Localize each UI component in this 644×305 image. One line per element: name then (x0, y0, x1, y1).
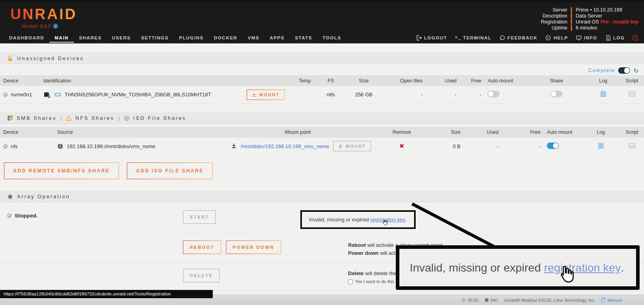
top-header: UNRAID Version: 6.6.0 i Server Prime • 1… (0, 0, 644, 32)
main-nav: DASHBOARD MAIN SHARES USERS SETTINGS PLU… (0, 32, 644, 43)
refresh-icon[interactable]: ↻ (633, 68, 638, 74)
temp-cell (292, 86, 318, 104)
invalid-key-flag: Pro - invalid key (600, 19, 638, 25)
remove-share-icon[interactable]: ✖ (399, 143, 405, 149)
fs-cell: ntfs (318, 86, 344, 104)
auto-mount-toggle[interactable] (488, 91, 500, 97)
nav-tools[interactable]: TOOLS (317, 33, 346, 43)
nav-apps[interactable]: APPS (265, 33, 290, 43)
share-toggle[interactable] (551, 91, 562, 97)
uptime-value: 6 minutes (571, 25, 638, 31)
script-icon[interactable]: </> (629, 144, 635, 150)
nav-shares[interactable]: SHARES (74, 33, 107, 43)
temp-reading-b: 34C (485, 298, 498, 303)
log-file-icon (605, 35, 611, 41)
script-icon[interactable]: </> (629, 92, 635, 98)
log-button[interactable]: LOG (601, 33, 629, 43)
reboot-button[interactable]: REBOOT (183, 240, 221, 254)
hand-cursor-icon-large (556, 264, 575, 285)
array-status-row: Stopped. START Invalid, missing or expir… (0, 202, 644, 235)
tab-nfs-shares[interactable]: NFS Shares (66, 115, 114, 121)
terminal-button[interactable]: >_ TERMINAL (451, 33, 495, 43)
windows-icon (7, 115, 13, 121)
tab-smb-shares[interactable]: SMB Shares (7, 115, 56, 121)
share-auto-mount-toggle[interactable] (547, 143, 559, 149)
table-header-row: Device Source Mount point Remove Size Us… (0, 127, 644, 138)
shares-table: Device Source Mount point Remove Size Us… (0, 127, 644, 156)
shares-header: SMB Shares | NFS Shares | ISO File Share… (0, 113, 644, 124)
registration-key-link[interactable]: registration key (370, 217, 405, 223)
invalid-key-highlight-box: Invalid, missing or expired registration… (300, 210, 416, 229)
svg-text:?: ? (547, 36, 549, 39)
nav-dashboard[interactable]: DASHBOARD (4, 33, 49, 43)
drive-icon (54, 92, 61, 97)
log-icon[interactable] (598, 144, 604, 150)
manual-book-icon (601, 297, 606, 303)
registration-key-link-large[interactable]: registration key (544, 261, 621, 274)
nav-users[interactable]: USERS (107, 33, 136, 43)
power-down-button[interactable]: POWER DOWN (226, 240, 281, 254)
description-value: Data Server (571, 13, 638, 19)
array-operation-icon (7, 194, 13, 200)
copyright-text: Unraid® WebGui ©2018, Lime Technology, I… (504, 298, 595, 303)
share-device-name[interactable]: nfs (11, 143, 18, 149)
add-iso-file-share-button[interactable]: ADD ISO FILE SHARE (127, 162, 213, 179)
nav-vms[interactable]: VMS (243, 33, 265, 43)
help-button[interactable]: ? HELP (541, 33, 572, 43)
nav-settings[interactable]: SETTINGS (136, 33, 174, 43)
brand-block: UNRAID Version: 6.6.0 i (10, 6, 77, 29)
logout-button[interactable]: LOGOUT (412, 33, 451, 43)
share-free-cell: - (502, 138, 544, 155)
table-header-row: Device Identification Temp FS Size Open … (0, 75, 644, 86)
info-button[interactable]: INFO (572, 33, 601, 43)
magnified-callout: Invalid, missing or expired registration… (396, 245, 640, 290)
complete-toggle[interactable] (618, 67, 630, 74)
version-label: Version: 6.6.0 i (21, 23, 77, 29)
power-icon[interactable] (632, 35, 638, 41)
unlocked-padlock-icon (7, 55, 13, 62)
globe-icon (57, 143, 63, 149)
start-button[interactable]: START (183, 210, 216, 224)
nav-docker[interactable]: DOCKER (209, 33, 243, 43)
feedback-button[interactable]: FEEDBACK (496, 33, 542, 43)
mount-button[interactable]: MOUNT (247, 90, 285, 100)
temp-reading-a: 30.0C (462, 298, 479, 303)
logout-icon (416, 35, 422, 41)
device-name[interactable]: nvme0n1 (11, 92, 32, 98)
open-files-cell: - (384, 86, 426, 104)
array-operation-header: Array Operation (0, 191, 644, 202)
feedback-icon (500, 35, 505, 41)
version-info-icon[interactable]: i (53, 23, 58, 29)
temp-dot-icon (462, 298, 465, 302)
add-remote-smb-nfs-share-button[interactable]: ADD REMOTE SMB/NFS SHARE (4, 162, 119, 179)
registration-value: Unraid OS Pro - invalid key (571, 19, 638, 25)
free-cell: - (460, 86, 484, 104)
share-source: 192.168.10.198://mnt/disks/vms_nvme (67, 143, 156, 149)
nfs-triangle-icon (66, 115, 72, 121)
tab-iso-file-shares[interactable]: ISO File Shares (124, 115, 186, 121)
manual-link[interactable]: Manual (601, 297, 622, 303)
svg-text:</>: </> (630, 93, 634, 96)
array-status-dot (7, 213, 12, 218)
share-mount-button[interactable]: MOUNT (333, 141, 371, 151)
nav-main[interactable]: MAIN (49, 33, 74, 43)
delete-confirm-checkbox[interactable] (348, 280, 353, 284)
disk-add-icon (43, 91, 51, 98)
nav-stats[interactable]: STATS (290, 33, 317, 43)
mount-point-link[interactable]: /mnt/disks/192.168.10.198_vms_nvme (241, 143, 329, 149)
unassigned-device-row: nvme0n1 THNSN5256GPUK_NVMe_TOSHIBA_256GB… (0, 86, 644, 104)
delete-button[interactable]: DELETE (183, 269, 220, 282)
share-used-cell: - (464, 138, 502, 155)
temp-dot-icon (485, 298, 488, 302)
link-preview-statusbar: https://f75638aa12fb340c8dcdd63d6f1ffd73… (0, 290, 213, 298)
log-icon[interactable] (600, 92, 606, 98)
svg-text:</>: </> (630, 145, 634, 147)
nav-plugins[interactable]: PLUGINS (174, 33, 209, 43)
share-row: nfs 192.168.10.198://mnt/disks/vms_nvme … (0, 138, 644, 155)
complete-toggle-bar: Complete ↻ (0, 64, 644, 75)
complete-label[interactable]: Complete (588, 68, 615, 73)
help-icon: ? (545, 35, 551, 41)
unassigned-devices-table: Device Identification Temp FS Size Open … (0, 75, 644, 104)
mount-icon (252, 92, 257, 97)
device-identification[interactable]: THNSN5256GPUK_NVMe_TOSHIBA_256GB_86LS10M… (64, 92, 211, 98)
